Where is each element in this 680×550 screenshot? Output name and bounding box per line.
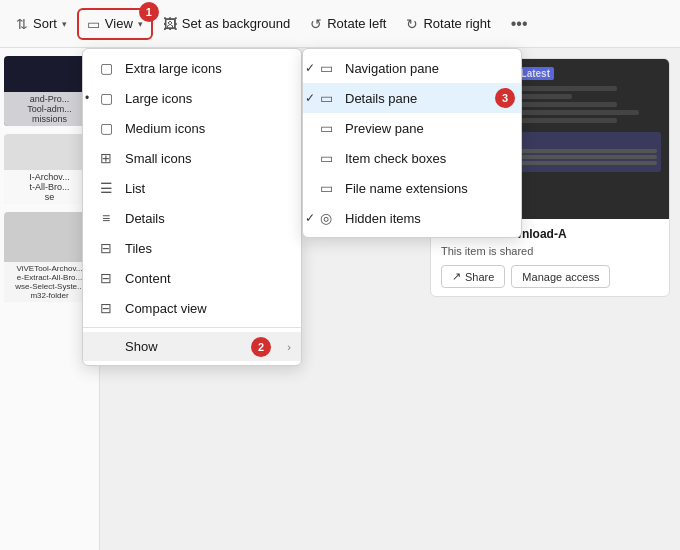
view-icon: ▭ (87, 16, 100, 32)
share-icon: ↗ (452, 270, 461, 283)
more-options-button[interactable]: ••• (503, 9, 536, 39)
show-hidden[interactable]: ✓ ◎ Hidden items (303, 203, 521, 233)
file-ext-icon: ▭ (317, 180, 335, 196)
sort-icon: ⇅ (16, 16, 28, 32)
manage-access-button[interactable]: Manage access (511, 265, 610, 288)
medium-icon: ▢ (97, 120, 115, 136)
show-submenu: ✓ ▭ Navigation pane ✓ ▭ Details pane 3 ▭… (302, 48, 522, 238)
content-label: Content (125, 271, 171, 286)
content-icon: ⊟ (97, 270, 115, 286)
view-small[interactable]: ⊞ Small icons (83, 143, 301, 173)
compact-icon: ⊟ (97, 300, 115, 316)
details-pane-check: ✓ (305, 91, 315, 105)
view-extra-large[interactable]: ▢ Extra large icons (83, 53, 301, 83)
nav-pane-icon: ▭ (317, 60, 335, 76)
details-pane-icon: ▭ (317, 90, 335, 106)
item-check-icon: ▭ (317, 150, 335, 166)
file-ext-label: File name extensions (345, 181, 468, 196)
show-preview-pane[interactable]: ▭ Preview pane (303, 113, 521, 143)
hidden-label: Hidden items (345, 211, 421, 226)
details-icon: ≡ (97, 210, 115, 226)
preview-pane-icon: ▭ (317, 120, 335, 136)
show-nav-pane[interactable]: ✓ ▭ Navigation pane (303, 53, 521, 83)
view-large[interactable]: • ▢ Large icons (83, 83, 301, 113)
item-check-label: Item check boxes (345, 151, 446, 166)
view-dropdown: ▢ Extra large icons • ▢ Large icons ▢ Me… (82, 48, 302, 366)
view-list[interactable]: ☰ List (83, 173, 301, 203)
hidden-icon: ◎ (317, 210, 335, 226)
view-compact[interactable]: ⊟ Compact view (83, 293, 301, 323)
details-label: Details (125, 211, 165, 226)
callout-3: 3 (495, 88, 515, 108)
file-shared: This item is shared (441, 245, 659, 257)
rotate-left-icon: ↺ (310, 16, 322, 32)
callout-2: 2 (251, 337, 271, 357)
list-icon: ☰ (97, 180, 115, 196)
extra-large-icon: ▢ (97, 60, 115, 76)
medium-label: Medium icons (125, 121, 205, 136)
rotate-right-icon: ↻ (406, 16, 418, 32)
show-item[interactable]: 2 Show › (83, 332, 301, 361)
set-background-icon: 🖼 (163, 16, 177, 32)
rotate-left-button[interactable]: ↺ Rotate left (302, 10, 394, 38)
show-file-ext[interactable]: ▭ File name extensions (303, 173, 521, 203)
nav-pane-check: ✓ (305, 61, 315, 75)
preview-pane-label: Preview pane (345, 121, 424, 136)
sort-button[interactable]: ⇅ Sort ▾ (8, 10, 75, 38)
small-label: Small icons (125, 151, 191, 166)
small-icon: ⊞ (97, 150, 115, 166)
set-background-button[interactable]: 🖼 Set as background (155, 10, 298, 38)
share-button[interactable]: ↗ Share (441, 265, 505, 288)
details-pane-label: Details pane (345, 91, 417, 106)
list-label: List (125, 181, 145, 196)
view-medium[interactable]: ▢ Medium icons (83, 113, 301, 143)
tiles-label: Tiles (125, 241, 152, 256)
large-check: • (85, 91, 89, 105)
view-tiles[interactable]: ⊟ Tiles (83, 233, 301, 263)
show-item-check[interactable]: ▭ Item check boxes (303, 143, 521, 173)
view-button[interactable]: ▭ View ▾ 1 (79, 10, 151, 38)
rotate-right-label: Rotate right (423, 16, 490, 31)
file-actions: ↗ Share Manage access (441, 265, 659, 288)
view-content[interactable]: ⊟ Content (83, 263, 301, 293)
share-label: Share (465, 271, 494, 283)
set-background-label: Set as background (182, 16, 290, 31)
show-label: Show (125, 339, 158, 354)
manage-access-label: Manage access (522, 271, 599, 283)
extra-large-label: Extra large icons (125, 61, 222, 76)
tiles-icon: ⊟ (97, 240, 115, 256)
compact-label: Compact view (125, 301, 207, 316)
view-divider (83, 327, 301, 328)
callout-1: 1 (139, 2, 159, 22)
nav-pane-label: Navigation pane (345, 61, 439, 76)
sort-label: Sort (33, 16, 57, 31)
rotate-right-button[interactable]: ↻ Rotate right (398, 10, 498, 38)
hidden-check: ✓ (305, 211, 315, 225)
show-arrow: › (287, 341, 291, 353)
view-details[interactable]: ≡ Details (83, 203, 301, 233)
rotate-left-label: Rotate left (327, 16, 386, 31)
view-label: View (105, 16, 133, 31)
preview-badge: Latest (517, 67, 554, 80)
sort-chevron: ▾ (62, 19, 67, 29)
toolbar: ⇅ Sort ▾ ▭ View ▾ 1 🖼 Set as background … (0, 0, 680, 48)
large-label: Large icons (125, 91, 192, 106)
show-details-pane[interactable]: ✓ ▭ Details pane 3 (303, 83, 521, 113)
large-icon: ▢ (97, 90, 115, 106)
